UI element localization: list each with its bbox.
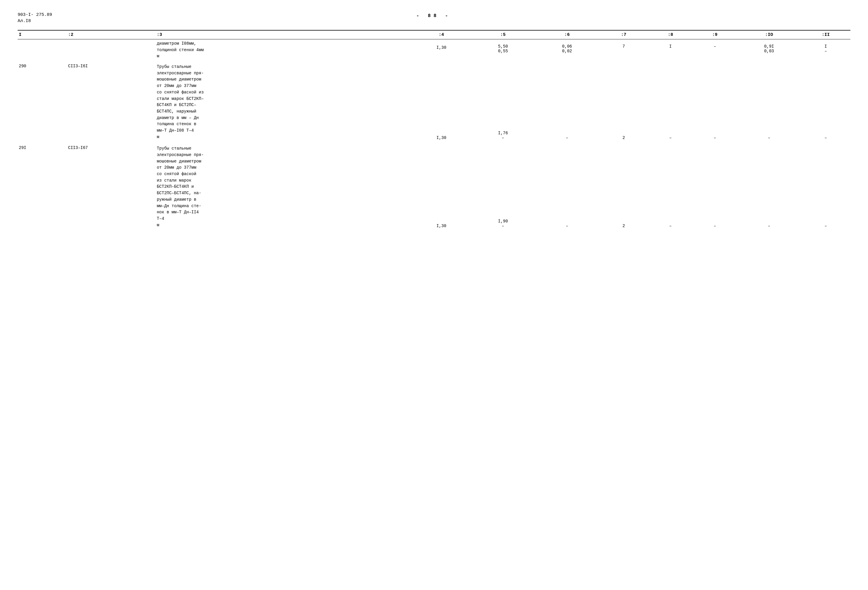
cell-291-col3: Трубы стальные электросварные пря- мошов…	[155, 141, 412, 230]
th-col6: :6	[535, 30, 599, 40]
cell-290-col9: –	[693, 61, 737, 141]
cell-290-col5: I,76–	[471, 61, 535, 141]
th-col11: :II	[801, 30, 850, 40]
cell-pre-col6: 0,060,02	[535, 40, 599, 61]
cell-pre-col11: I–	[801, 40, 850, 61]
th-col7: :7	[599, 30, 648, 40]
doc-ref-line2: Ал.I8	[18, 18, 52, 24]
cell-290-col6: –	[535, 61, 599, 141]
main-table: I :2 :3 :4 :5 :6 :7 :8 :9 :IO :II диамет…	[18, 30, 850, 230]
table-header-row: I :2 :3 :4 :5 :6 :7 :8 :9 :IO :II	[18, 30, 850, 40]
cell-291-col7: 2	[599, 141, 648, 230]
th-col10: :IO	[737, 30, 801, 40]
th-col3: :3	[155, 30, 412, 40]
page-header: 903-I- 275.89 Ал.I8 - 88 -	[18, 12, 850, 24]
cell-291-col5: I,90–	[471, 141, 535, 230]
th-col2: :2	[67, 30, 156, 40]
th-col5: :5	[471, 30, 535, 40]
cell-291-col9: –	[693, 141, 737, 230]
cell-291-col6: –	[535, 141, 599, 230]
cell-pre-col9: –	[693, 40, 737, 61]
cell-290-col10: –	[737, 61, 801, 141]
cell-pre-col10: 0,9I0,03	[737, 40, 801, 61]
cell-290-col1: 290	[18, 61, 67, 141]
cell-290-col3: Трубы стальные электросварные пря- мошов…	[155, 61, 412, 141]
cell-290-col11: –	[801, 61, 850, 141]
cell-291-col2: СII3–I67	[67, 141, 156, 230]
th-col8: :8	[648, 30, 693, 40]
cell-pre-col8: I	[648, 40, 693, 61]
header-center: - 88 -	[52, 12, 815, 19]
table-row: 29I СII3–I67 Трубы стальные электросварн…	[18, 141, 850, 230]
cell-291-col8: –	[648, 141, 693, 230]
cell-291-col11: –	[801, 141, 850, 230]
cell-290-col4: I,30	[412, 61, 471, 141]
table-row: диаметром I08мм, толщиной стенки 4мм м I…	[18, 40, 850, 61]
cell-291-col10: –	[737, 141, 801, 230]
cell-pre-col7: 7	[599, 40, 648, 61]
th-col4: :4	[412, 30, 471, 40]
page-number: - 88 -	[416, 13, 451, 19]
cell-pre-col1	[18, 40, 67, 61]
cell-pre-col2	[67, 40, 156, 61]
cell-pre-col3: диаметром I08мм, толщиной стенки 4мм м	[155, 40, 412, 61]
cell-290-col2: СII3–I6I	[67, 61, 156, 141]
doc-ref-line1: 903-I- 275.89	[18, 12, 52, 18]
cell-290-col7: 2	[599, 61, 648, 141]
th-col9: :9	[693, 30, 737, 40]
table-row: 290 СII3–I6I Трубы стальные электросварн…	[18, 61, 850, 141]
th-col1: I	[18, 30, 67, 40]
header-left: 903-I- 275.89 Ал.I8	[18, 12, 52, 24]
cell-291-col4: I,30	[412, 141, 471, 230]
cell-291-col1: 29I	[18, 141, 67, 230]
cell-pre-col4: I,30	[412, 40, 471, 61]
cell-pre-col5: 5,500,55	[471, 40, 535, 61]
cell-290-col8: –	[648, 61, 693, 141]
